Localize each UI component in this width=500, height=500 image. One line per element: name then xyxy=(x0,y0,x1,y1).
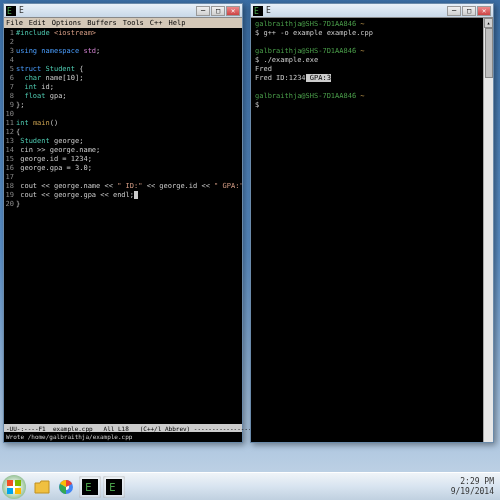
start-button[interactable] xyxy=(2,475,26,499)
svg-text:E: E xyxy=(7,7,12,16)
taskbar-emacs-1[interactable]: E xyxy=(79,476,101,498)
code-line: 19 cout << george.gpa << endl; xyxy=(4,191,242,200)
editor-window: E E ─ □ ✕ FileEditOptionsBuffersToolsC++… xyxy=(3,3,243,443)
svg-rect-4 xyxy=(7,480,13,486)
menu-help[interactable]: Help xyxy=(168,19,185,27)
menu-edit[interactable]: Edit xyxy=(29,19,46,27)
terminal-line xyxy=(255,83,489,92)
code-line: 20} xyxy=(4,200,242,209)
svg-rect-5 xyxy=(15,480,21,486)
menu-buffers[interactable]: Buffers xyxy=(87,19,117,27)
svg-text:E: E xyxy=(254,7,259,16)
code-line: 1#include <iostream> xyxy=(4,29,242,38)
code-line: 18 cout << george.name << " ID:" << geor… xyxy=(4,182,242,191)
close-button[interactable]: ✕ xyxy=(226,6,240,16)
menu-c++[interactable]: C++ xyxy=(150,19,163,27)
editor-title: E xyxy=(19,6,24,15)
code-line: 8 float gpa; xyxy=(4,92,242,101)
menu-tools[interactable]: Tools xyxy=(123,19,144,27)
editor-minibuffer[interactable]: Wrote /home/galbraithja/example.cpp xyxy=(4,432,242,440)
minimize-button[interactable]: ─ xyxy=(447,6,461,16)
code-line: 5struct Student { xyxy=(4,65,242,74)
editor-statusbar: -UU-:----F1 example.cpp All L18 (C++/l A… xyxy=(4,424,242,432)
code-line: 2 xyxy=(4,38,242,47)
code-line: 12{ xyxy=(4,128,242,137)
terminal-line: Fred xyxy=(255,65,489,74)
code-line: 11int main() xyxy=(4,119,242,128)
svg-rect-7 xyxy=(15,488,21,494)
menu-options[interactable]: Options xyxy=(52,19,82,27)
code-line: 16 george.gpa = 3.0; xyxy=(4,164,242,173)
svg-text:E: E xyxy=(85,481,92,494)
editor-titlebar[interactable]: E E ─ □ ✕ xyxy=(4,4,242,18)
svg-rect-6 xyxy=(7,488,13,494)
code-line: 10 xyxy=(4,110,242,119)
maximize-button[interactable]: □ xyxy=(211,6,225,16)
terminal-line xyxy=(255,38,489,47)
taskbar: E E 2:29 PM 9/19/2014 xyxy=(0,472,500,500)
terminal-scrollbar[interactable]: ▴ xyxy=(483,18,493,442)
code-line: 13 Student george; xyxy=(4,137,242,146)
windows-logo-icon xyxy=(6,479,22,495)
terminal-line: Fred ID:1234 GPA:3 xyxy=(255,74,489,83)
taskbar-chrome[interactable] xyxy=(55,476,77,498)
code-line: 3using namespace std; xyxy=(4,47,242,56)
maximize-button[interactable]: □ xyxy=(462,6,476,16)
terminal-window: E E ─ □ ✕ galbraithja@SHS-7D1AA846 ~$ g+… xyxy=(250,3,494,443)
taskbar-emacs-2[interactable]: E xyxy=(103,476,125,498)
menu-file[interactable]: File xyxy=(6,19,23,27)
terminal-line: galbraithja@SHS-7D1AA846 ~$ ./example.ex… xyxy=(255,47,489,65)
scroll-thumb[interactable] xyxy=(485,28,493,78)
code-line: 15 george.id = 1234; xyxy=(4,155,242,164)
terminal-window-controls: ─ □ ✕ xyxy=(447,6,491,16)
terminal-area[interactable]: galbraithja@SHS-7D1AA846 ~$ g++ -o examp… xyxy=(251,18,493,442)
code-area[interactable]: 1#include <iostream>23using namespace st… xyxy=(4,28,242,426)
terminal-line: galbraithja@SHS-7D1AA846 ~$ xyxy=(255,92,489,110)
clock-date: 9/19/2014 xyxy=(451,487,494,497)
clock-time: 2:29 PM xyxy=(451,477,494,487)
terminal-icon: E xyxy=(253,6,263,16)
code-line: 9}; xyxy=(4,101,242,110)
close-button[interactable]: ✕ xyxy=(477,6,491,16)
code-line: 4 xyxy=(4,56,242,65)
terminal-titlebar[interactable]: E E ─ □ ✕ xyxy=(251,4,493,18)
chrome-icon xyxy=(58,479,74,495)
emacs-icon: E xyxy=(6,6,16,16)
taskbar-explorer[interactable] xyxy=(31,476,53,498)
minimize-button[interactable]: ─ xyxy=(196,6,210,16)
system-clock[interactable]: 2:29 PM 9/19/2014 xyxy=(451,477,498,497)
code-line: 7 int id; xyxy=(4,83,242,92)
terminal-line: galbraithja@SHS-7D1AA846 ~$ g++ -o examp… xyxy=(255,20,489,38)
editor-window-controls: ─ □ ✕ xyxy=(196,6,240,16)
code-line: 6 char name[10]; xyxy=(4,74,242,83)
emacs-icon: E xyxy=(106,479,122,495)
editor-menubar: FileEditOptionsBuffersToolsC++Help xyxy=(4,18,242,28)
folder-icon xyxy=(34,480,50,494)
code-line: 17 xyxy=(4,173,242,182)
code-line: 14 cin >> george.name; xyxy=(4,146,242,155)
terminal-title: E xyxy=(266,6,271,15)
svg-text:E: E xyxy=(109,481,116,494)
emacs-icon: E xyxy=(82,479,98,495)
scroll-up-button[interactable]: ▴ xyxy=(484,18,493,28)
